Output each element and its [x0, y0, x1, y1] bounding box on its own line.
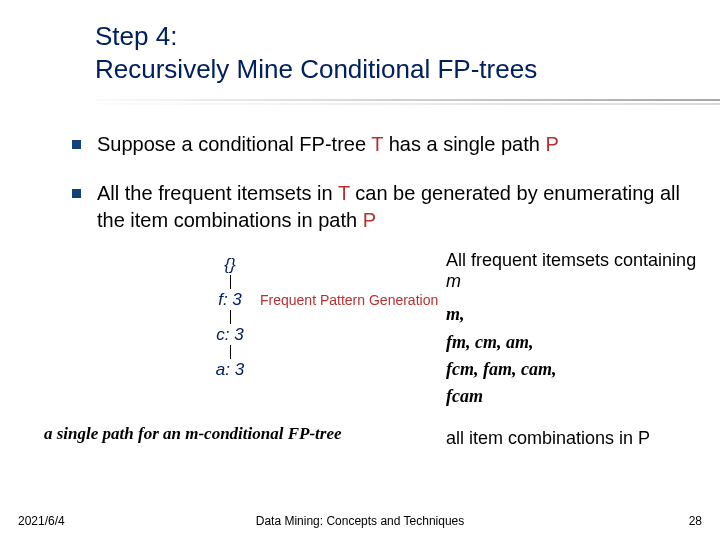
diagram-area: {} f: 3 c: 3 a: 3 Frequent Pattern Gener… — [0, 256, 720, 456]
slide: Step 4: Recursively Mine Conditional FP-… — [0, 0, 720, 540]
fp-tree-path: {} f: 3 c: 3 a: 3 — [210, 256, 250, 378]
single-path-caption: a single path for an m-conditional FP-tr… — [44, 424, 342, 444]
bullet-item-2: All the frequent itemsets in T can be ge… — [72, 180, 680, 234]
bullet-icon — [72, 189, 81, 198]
bullet-text-2: All the frequent itemsets in T can be ge… — [97, 180, 680, 234]
bullet-icon — [72, 140, 81, 149]
bullet-2-pre: All the frequent itemsets in — [97, 182, 338, 204]
bullet-1-mid: has a single path — [383, 133, 545, 155]
title-line-1: Step 4: — [95, 20, 720, 53]
bullet-1-pre: Suppose a conditional FP-tree — [97, 133, 371, 155]
all-combinations-caption: all item combinations in P — [446, 428, 650, 449]
itemset-row-1: m, — [446, 302, 706, 327]
bullet-text-1: Suppose a conditional FP-tree T has a si… — [97, 131, 559, 158]
path-node-c: c: 3 — [210, 326, 250, 343]
bullet-1-var-p: P — [545, 133, 558, 155]
bullet-2-var-t: T — [338, 182, 350, 204]
path-node-root: {} — [210, 256, 250, 273]
footer-page-number: 28 — [689, 514, 702, 528]
path-edge — [230, 275, 231, 289]
path-node-a: a: 3 — [210, 361, 250, 378]
itemsets-block: All frequent itemsets containing m m, fm… — [446, 250, 706, 411]
footer-date: 2021/6/4 — [18, 514, 65, 528]
title-line-2: Recursively Mine Conditional FP-trees — [95, 53, 720, 86]
itemset-row-3: fcm, fam, cam, — [446, 357, 706, 382]
title-underline-shadow — [95, 103, 720, 105]
itemset-list: m, fm, cm, am, fcm, fam, cam, fcam — [446, 302, 706, 409]
title-underline — [95, 99, 720, 101]
footer-center: Data Mining: Concepts and Techniques — [256, 514, 465, 528]
footer: 2021/6/4 Data Mining: Concepts and Techn… — [0, 514, 720, 528]
frequent-pattern-generation-label: Frequent Pattern Generation — [260, 292, 438, 308]
path-node-f: f: 3 — [210, 291, 250, 308]
itemset-row-4: fcam — [446, 384, 706, 409]
bullet-2-var-p: P — [363, 209, 376, 231]
path-edge — [230, 345, 231, 359]
bullet-item-1: Suppose a conditional FP-tree T has a si… — [72, 131, 680, 158]
itemsets-heading-var: m — [446, 271, 461, 291]
bullet-1-var-t: T — [371, 133, 383, 155]
itemsets-heading-pre: All frequent itemsets containing — [446, 250, 696, 270]
itemset-row-2: fm, cm, am, — [446, 330, 706, 355]
title-block: Step 4: Recursively Mine Conditional FP-… — [0, 0, 720, 93]
path-edge — [230, 310, 231, 324]
bullet-list: Suppose a conditional FP-tree T has a si… — [0, 105, 720, 234]
